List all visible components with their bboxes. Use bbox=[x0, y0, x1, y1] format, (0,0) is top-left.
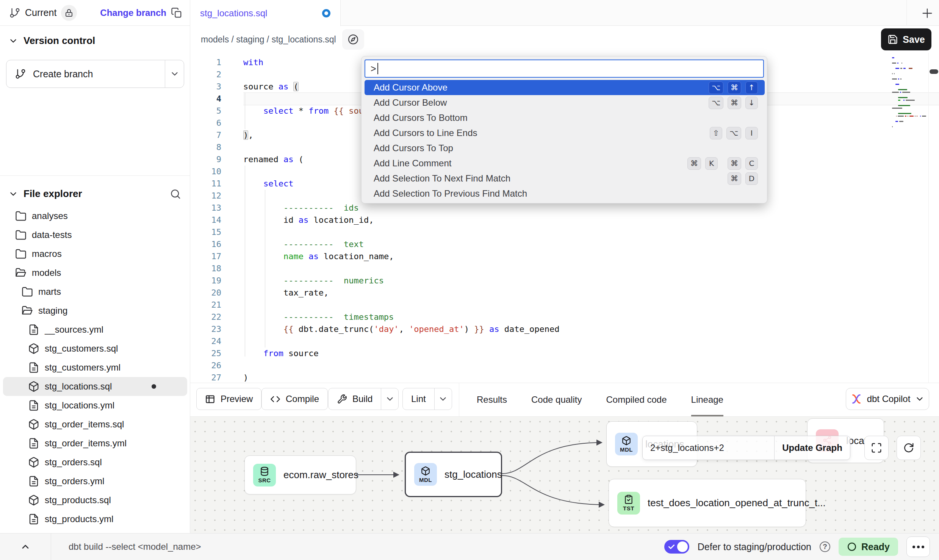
wrench-icon bbox=[337, 394, 347, 404]
code-line-18 bbox=[243, 263, 939, 275]
command-palette: > Add Cursor Above⌥⌘↑Add Cursor Below⌥⌘↓… bbox=[361, 56, 767, 203]
file-name: analyses bbox=[32, 211, 68, 221]
compile-button[interactable]: Compile bbox=[261, 388, 328, 410]
update-graph-button[interactable]: Update Graph bbox=[774, 436, 850, 460]
database-icon bbox=[260, 466, 269, 476]
model-badge: MDL bbox=[414, 463, 437, 486]
line-number-gutter: 1234567891011121314151617181920212223242… bbox=[190, 56, 230, 383]
version-control-section-header[interactable]: Version control bbox=[8, 35, 181, 47]
build-button[interactable]: Build bbox=[328, 388, 399, 410]
model-file-icon bbox=[28, 494, 39, 506]
file-row-stg_order_items.sql[interactable]: stg_order_items.sql bbox=[3, 415, 187, 434]
cube-icon bbox=[621, 436, 631, 446]
file-row-stg_orders.yml[interactable]: stg_orders.yml bbox=[3, 472, 187, 491]
scrollbar-thumb[interactable] bbox=[930, 69, 938, 74]
dbt-copilot-button[interactable]: dbt Copilot bbox=[846, 388, 929, 410]
file-explorer-section-header[interactable]: File explorer bbox=[8, 188, 181, 200]
tab-lineage[interactable]: Lineage bbox=[691, 383, 723, 416]
shortcut-key: ↑ bbox=[745, 81, 758, 94]
lineage-node-test[interactable]: TST test_does_location_opened_at_trunc_t… bbox=[609, 479, 806, 527]
defer-toggle[interactable] bbox=[664, 540, 689, 554]
fullscreen-button[interactable] bbox=[864, 436, 889, 460]
palette-item-label: Add Line Comment bbox=[374, 158, 451, 169]
yml-file-icon bbox=[28, 513, 39, 525]
lineage-selector-input[interactable]: 2+stg_locations+2 bbox=[643, 443, 774, 453]
palette-item-add-selection-to-next-find-match[interactable]: Add Selection To Next Find Match⌘D bbox=[365, 171, 765, 186]
palette-item-add-cursors-to-line-ends[interactable]: Add Cursors to Line Ends⇧⌥I bbox=[365, 125, 765, 141]
navigate-button[interactable] bbox=[342, 29, 364, 50]
file-tree: analysesdata-testsmacrosmodelsmartsstagi… bbox=[3, 206, 187, 529]
file-row-stg_products.yml[interactable]: stg_products.yml bbox=[3, 510, 187, 529]
help-icon[interactable]: ? bbox=[820, 541, 830, 552]
code-line-25: from source bbox=[243, 347, 939, 360]
file-row-models[interactable]: models bbox=[3, 263, 187, 282]
command-palette-input[interactable]: > bbox=[365, 59, 764, 78]
divider bbox=[459, 383, 459, 416]
file-row-data-tests[interactable]: data-tests bbox=[3, 225, 187, 244]
file-row-staging[interactable]: staging bbox=[3, 301, 187, 320]
save-button[interactable]: Save bbox=[881, 28, 931, 50]
palette-item-add-cursors-to-bottom[interactable]: Add Cursors To Bottom bbox=[365, 110, 765, 125]
lineage-canvas[interactable]: SRC ecom.raw_stores MDL stg_locations MD… bbox=[190, 417, 939, 533]
save-icon bbox=[887, 34, 898, 45]
file-row-stg_products.sql[interactable]: stg_products.sql bbox=[3, 491, 187, 510]
tab-results[interactable]: Results bbox=[477, 383, 507, 416]
shortcut-key: ⇧ bbox=[710, 127, 722, 139]
command-palette-list: Add Cursor Above⌥⌘↑Add Cursor Below⌥⌘↓Ad… bbox=[365, 80, 765, 201]
lint-button[interactable]: Lint bbox=[402, 388, 452, 410]
dbt-command-input[interactable]: dbt build --select <model_name> bbox=[51, 533, 664, 560]
palette-item-add-selection-to-previous-find-match[interactable]: Add Selection To Previous Find Match bbox=[365, 186, 765, 201]
file-row-macros[interactable]: macros bbox=[3, 244, 187, 263]
file-row-stg_orders.sql[interactable]: stg_orders.sql bbox=[3, 453, 187, 472]
palette-item-add-cursor-above[interactable]: Add Cursor Above⌥⌘↑ bbox=[365, 80, 765, 95]
change-branch-link[interactable]: Change branch bbox=[100, 8, 166, 18]
copy-icon[interactable] bbox=[171, 7, 182, 19]
file-row-stg_customers.yml[interactable]: stg_customers.yml bbox=[3, 358, 187, 377]
tab-compiled-code[interactable]: Compiled code bbox=[606, 383, 667, 416]
tab-stg-locations-sql[interactable]: stg_locations.sql bbox=[190, 0, 341, 26]
file-row-stg_locations.yml[interactable]: stg_locations.yml bbox=[3, 396, 187, 415]
shortcut-key: ↓ bbox=[745, 97, 758, 109]
refresh-graph-button[interactable] bbox=[897, 436, 921, 460]
tab-code-quality[interactable]: Code quality bbox=[531, 383, 582, 416]
build-dropdown[interactable] bbox=[381, 388, 398, 410]
create-branch-button[interactable]: Create branch bbox=[6, 60, 184, 88]
palette-item-add-cursor-below[interactable]: Add Cursor Below⌥⌘↓ bbox=[365, 95, 765, 110]
cube-icon bbox=[421, 466, 430, 476]
unsaved-changes-dot bbox=[322, 9, 330, 17]
minimap[interactable] bbox=[892, 57, 926, 129]
palette-item-label: Add Cursor Below bbox=[374, 97, 447, 108]
palette-item-add-line-comment[interactable]: Add Line Comment⌘K⌘C bbox=[365, 156, 765, 171]
shortcut-key: ⌘ bbox=[728, 81, 741, 94]
lineage-node-stg-locations[interactable]: MDL stg_locations bbox=[405, 452, 502, 497]
code-icon bbox=[270, 394, 280, 404]
lint-dropdown[interactable] bbox=[434, 388, 452, 410]
dbt-copilot-label: dbt Copilot bbox=[867, 394, 911, 404]
ide-status-ready[interactable]: Ready bbox=[839, 538, 898, 556]
model-file-icon bbox=[28, 457, 39, 468]
tab-title: stg_locations.sql bbox=[200, 8, 267, 19]
shortcut-key: K bbox=[705, 157, 718, 170]
search-icon[interactable] bbox=[170, 188, 181, 200]
file-name: stg_customers.sql bbox=[45, 343, 118, 354]
file-row-__sources.yml[interactable]: __sources.yml bbox=[3, 320, 187, 339]
palette-item-add-cursors-to-top[interactable]: Add Cursors To Top bbox=[365, 141, 765, 156]
file-row-analyses[interactable]: analyses bbox=[3, 206, 187, 225]
new-tab-button[interactable] bbox=[919, 5, 936, 22]
shortcut-key: ⌘ bbox=[728, 97, 741, 109]
file-row-stg_locations.sql[interactable]: stg_locations.sql bbox=[3, 377, 187, 396]
clipboard-check-icon bbox=[624, 494, 634, 504]
file-row-marts[interactable]: marts bbox=[3, 282, 187, 301]
create-branch-dropdown[interactable] bbox=[165, 60, 184, 88]
palette-item-label: Add Selection To Next Find Match bbox=[374, 173, 510, 184]
file-row-stg_customers.sql[interactable]: stg_customers.sql bbox=[3, 339, 187, 358]
file-name: data-tests bbox=[32, 230, 72, 240]
expand-command-bar-button[interactable] bbox=[0, 541, 51, 552]
more-options-button[interactable] bbox=[906, 537, 930, 557]
file-row-stg_order_items.yml[interactable]: stg_order_items.yml bbox=[3, 434, 187, 453]
preview-button[interactable]: Preview bbox=[196, 388, 261, 410]
code-line-21 bbox=[243, 299, 939, 311]
modified-dot bbox=[152, 384, 156, 389]
divider bbox=[928, 53, 929, 383]
lineage-node-source[interactable]: SRC ecom.raw_stores bbox=[244, 455, 356, 494]
